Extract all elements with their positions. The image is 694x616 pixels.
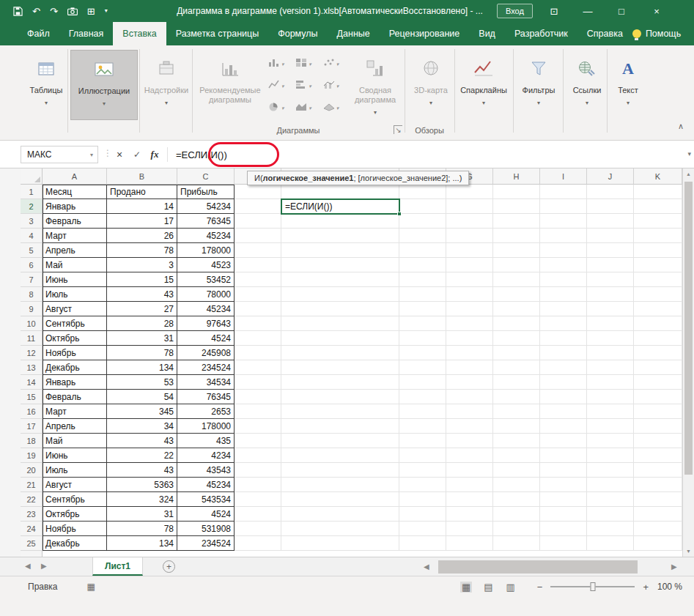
- cell-E17[interactable]: [281, 419, 399, 434]
- cell-C7[interactable]: 53452: [177, 272, 235, 287]
- tab-формулы[interactable]: Формулы: [268, 22, 327, 45]
- cell-G4[interactable]: [446, 229, 493, 243]
- cell-C24[interactable]: 531908: [177, 522, 235, 536]
- cell-D3[interactable]: [235, 214, 281, 229]
- row-header-3[interactable]: 3: [21, 214, 43, 229]
- row-header-10[interactable]: 10: [21, 316, 43, 331]
- row-header-8[interactable]: 8: [21, 287, 43, 302]
- row-header-12[interactable]: 12: [21, 346, 43, 360]
- cell-G12[interactable]: [446, 346, 493, 360]
- cell-F12[interactable]: [399, 346, 446, 360]
- cell-K3[interactable]: [634, 214, 682, 229]
- cell-E24[interactable]: [281, 522, 399, 536]
- cell-C9[interactable]: 45234: [177, 302, 235, 316]
- sparklines-button[interactable]: Спарклайны: [457, 50, 510, 120]
- cell-J17[interactable]: [587, 419, 634, 434]
- cell-F9[interactable]: [399, 302, 446, 316]
- cell-C21[interactable]: 45234: [177, 478, 235, 492]
- cell-H1[interactable]: [493, 185, 540, 199]
- enter-icon[interactable]: ✓: [129, 146, 145, 163]
- cell-D7[interactable]: [235, 272, 281, 287]
- cell-F15[interactable]: [399, 390, 446, 404]
- column-header-I[interactable]: I: [540, 168, 587, 185]
- row-header-11[interactable]: 11: [21, 331, 43, 346]
- cell-K10[interactable]: [634, 316, 682, 331]
- cell-G13[interactable]: [446, 360, 493, 375]
- cell-A18[interactable]: Май: [43, 434, 107, 448]
- cancel-icon[interactable]: ×: [111, 146, 128, 163]
- cell-K4[interactable]: [634, 229, 682, 243]
- cell-J22[interactable]: [587, 492, 634, 507]
- cell-I2[interactable]: [540, 199, 587, 214]
- tab-вид[interactable]: Вид: [469, 22, 505, 45]
- cell-A5[interactable]: Апрель: [43, 243, 107, 258]
- cell-D12[interactable]: [235, 346, 281, 360]
- row-header-21[interactable]: 21: [21, 478, 43, 492]
- cell-G11[interactable]: [446, 331, 493, 346]
- cell-F23[interactable]: [399, 507, 446, 522]
- cell-I15[interactable]: [540, 390, 587, 404]
- cell-D11[interactable]: [235, 331, 281, 346]
- cell-F3[interactable]: [399, 214, 446, 229]
- cell-A15[interactable]: Февраль: [43, 390, 107, 404]
- cell-K12[interactable]: [634, 346, 682, 360]
- cell-D1[interactable]: [235, 185, 281, 199]
- cell-I20[interactable]: [540, 463, 587, 478]
- cell-K14[interactable]: [634, 375, 682, 390]
- maximize-button[interactable]: □: [608, 0, 635, 22]
- cell-H7[interactable]: [493, 272, 540, 287]
- collapse-ribbon-icon[interactable]: ∧: [678, 122, 684, 131]
- cell-A6[interactable]: Май: [43, 258, 107, 272]
- cell-B12[interactable]: 78: [107, 346, 177, 360]
- cell-J16[interactable]: [587, 404, 634, 419]
- cell-H19[interactable]: [493, 448, 540, 463]
- cell-H10[interactable]: [493, 316, 540, 331]
- cell-C3[interactable]: 76345: [177, 214, 235, 229]
- cell-C15[interactable]: 76345: [177, 390, 235, 404]
- cell-A24[interactable]: Ноябрь: [43, 522, 107, 536]
- close-button[interactable]: ×: [643, 0, 671, 22]
- customize-quick-access-icon[interactable]: ▾: [105, 8, 108, 14]
- cell-C13[interactable]: 234524: [177, 360, 235, 375]
- zoom-level[interactable]: 100 %: [657, 582, 682, 592]
- hscroll-left-icon[interactable]: ◀: [424, 563, 429, 571]
- cell-J8[interactable]: [587, 287, 634, 302]
- tab-разработчик[interactable]: Разработчик: [505, 22, 577, 45]
- cell-F18[interactable]: [399, 434, 446, 448]
- cell-A23[interactable]: Октябрь: [43, 507, 107, 522]
- hierarchy-chart-icon[interactable]: [295, 56, 320, 69]
- cell-E22[interactable]: [281, 492, 399, 507]
- cell-F8[interactable]: [399, 287, 446, 302]
- sheet-nav-left-icon[interactable]: ◀: [25, 562, 31, 570]
- cell-E13[interactable]: [281, 360, 399, 375]
- cell-G16[interactable]: [446, 404, 493, 419]
- cell-I17[interactable]: [540, 419, 587, 434]
- cell-E11[interactable]: [281, 331, 399, 346]
- cell-E1[interactable]: [281, 185, 399, 199]
- formula-input[interactable]: =ЕСЛИ(И()): [170, 146, 679, 163]
- cell-I4[interactable]: [540, 229, 587, 243]
- row-header-13[interactable]: 13: [21, 360, 43, 375]
- cell-D20[interactable]: [235, 463, 281, 478]
- cell-H22[interactable]: [493, 492, 540, 507]
- cell-A3[interactable]: Февраль: [43, 214, 107, 229]
- cell-I14[interactable]: [540, 375, 587, 390]
- cell-G5[interactable]: [446, 243, 493, 258]
- cell-B13[interactable]: 134: [107, 360, 177, 375]
- tab-вставка[interactable]: Вставка: [113, 22, 166, 45]
- cell-H11[interactable]: [493, 331, 540, 346]
- zoom-slider-thumb[interactable]: [590, 582, 595, 591]
- sign-in-button[interactable]: Вход: [497, 4, 533, 18]
- row-header-7[interactable]: 7: [21, 272, 43, 287]
- column-header-C[interactable]: C: [177, 168, 235, 185]
- tab-файл[interactable]: Файл: [18, 22, 59, 45]
- cell-A17[interactable]: Апрель: [43, 419, 107, 434]
- cell-D13[interactable]: [235, 360, 281, 375]
- cell-I10[interactable]: [540, 316, 587, 331]
- row-header-5[interactable]: 5: [21, 243, 43, 258]
- row-header-18[interactable]: 18: [21, 434, 43, 448]
- cell-E8[interactable]: [281, 287, 399, 302]
- column-header-A[interactable]: A: [43, 168, 107, 185]
- cell-E9[interactable]: [281, 302, 399, 316]
- column-header-B[interactable]: B: [107, 168, 177, 185]
